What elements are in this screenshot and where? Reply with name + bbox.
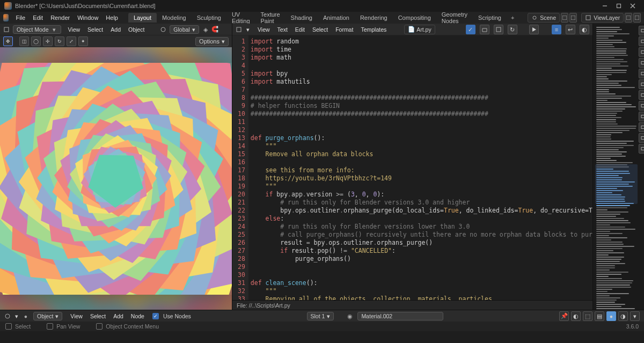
menu-help[interactable]: Help (102, 13, 122, 22)
line-gutter: 1234567891011121314151617181920212223242… (232, 35, 248, 300)
select-box-tool[interactable]: ◫ (19, 37, 29, 46)
text-menu-templates[interactable]: Templates (357, 25, 390, 34)
camera-icon[interactable] (639, 144, 644, 154)
snap-icon[interactable]: 🧲 (212, 26, 218, 33)
camera-icon[interactable] (639, 58, 644, 68)
svg-rect-115 (641, 105, 644, 107)
orientation-icon[interactable] (160, 26, 166, 33)
btn[interactable]: ▾ (630, 311, 640, 321)
close-button[interactable] (626, 1, 640, 11)
camera-icon[interactable] (639, 90, 644, 100)
svg-rect-116 (641, 115, 644, 118)
cursor-tool[interactable]: ✥ (3, 37, 13, 46)
blender-icon[interactable] (3, 14, 9, 21)
viewlayer-new-button[interactable] (633, 13, 641, 23)
orientation-dropdown[interactable]: Global▾ (170, 25, 199, 34)
vp-menu-object[interactable]: Object (125, 25, 148, 34)
menu-window[interactable]: Window (74, 13, 102, 22)
minimize-button[interactable] (598, 1, 612, 11)
syntax-hl-button[interactable]: ◐ (580, 25, 589, 34)
text-menu-edit[interactable]: Edit (291, 25, 309, 34)
line-numbers-button[interactable]: ≡ (552, 25, 561, 34)
node-menu-view[interactable]: View (67, 312, 86, 320)
node-menu-node[interactable]: Node (127, 312, 148, 320)
rotate-tool[interactable]: ↻ (55, 37, 64, 46)
text-menu-text[interactable]: Text (274, 25, 291, 34)
btn[interactable]: ◑ (618, 311, 628, 321)
btn[interactable]: ⬚ (583, 311, 592, 321)
status-bar: Select Pan View Object Context Menu 3.6.… (0, 322, 644, 331)
svg-rect-1 (617, 4, 621, 8)
slot-dropdown[interactable]: Slot 1 ▾ (307, 312, 334, 320)
add-workspace-button[interactable]: + (508, 13, 517, 22)
scene-browse-button[interactable] (561, 13, 568, 23)
menu-file[interactable]: File (12, 13, 29, 22)
btn[interactable]: ● (606, 311, 616, 321)
text-menu-format[interactable]: Format (332, 25, 357, 34)
pin-button[interactable]: 📌 (559, 311, 569, 321)
camera-icon[interactable] (639, 69, 644, 78)
tab-sculpting[interactable]: Sculpting (192, 13, 226, 23)
syntax-button[interactable]: ✓ (466, 25, 475, 34)
scene-new-button[interactable] (569, 13, 577, 23)
tab-rendering[interactable]: Rendering (355, 13, 393, 23)
scale-tool[interactable]: ⤢ (67, 37, 76, 46)
camera-icon[interactable] (639, 37, 644, 46)
vp-menu-view[interactable]: View (64, 25, 84, 34)
tab-modeling[interactable]: Modeling (157, 13, 192, 23)
text-menu-view[interactable]: View (254, 25, 274, 34)
pivot-icon[interactable]: ◈ (202, 26, 209, 33)
tab-animation[interactable]: Animation (318, 13, 355, 23)
editor-type-icon[interactable] (4, 313, 11, 319)
camera-icon[interactable] (639, 47, 644, 57)
camera-icon[interactable] (639, 101, 644, 111)
editor-type-icon[interactable] (3, 26, 10, 33)
code-editor[interactable]: 1234567891011121314151617181920212223242… (232, 35, 592, 300)
camera-icon[interactable] (639, 112, 644, 121)
node-tree-dropdown[interactable]: Object ▾ (33, 312, 62, 320)
camera-icon[interactable] (639, 79, 644, 89)
viewport-3d[interactable] (0, 47, 232, 310)
editor-type-icon[interactable] (236, 26, 242, 33)
tab-shading[interactable]: Shading (286, 13, 318, 23)
save-button[interactable] (494, 25, 503, 34)
scene-dropdown[interactable]: Scene (528, 13, 560, 23)
menu-render[interactable]: Render (47, 13, 74, 22)
options-dropdown[interactable]: Options ▾ (195, 37, 229, 46)
svg-rect-117 (641, 126, 644, 129)
status-select: Select (15, 323, 31, 330)
camera-icon[interactable] (639, 133, 644, 143)
mode-dropdown[interactable]: Object Mode▾ (13, 25, 61, 34)
viewlayer-dropdown[interactable]: ViewLayer (581, 13, 624, 23)
btn[interactable]: ▤ (595, 311, 604, 321)
viewlayer-browse-button[interactable] (625, 13, 632, 23)
menu-edit[interactable]: Edit (29, 13, 47, 22)
btn[interactable]: ◐ (571, 311, 581, 321)
text-file-dropdown[interactable]: 📄Art.py (404, 25, 435, 34)
node-menu-select[interactable]: Select (86, 312, 109, 320)
code-body[interactable]: import randomimport timeimport mathimpor… (248, 35, 592, 300)
tab-layout[interactable]: Layout (128, 13, 157, 23)
move-tool[interactable]: ✢ (43, 37, 53, 46)
word-wrap-button[interactable]: ↩ (566, 25, 575, 34)
node-menu-add[interactable]: Add (109, 312, 127, 320)
camera-icon[interactable] (639, 122, 644, 132)
camera-icon[interactable] (639, 26, 644, 35)
tab-compositing[interactable]: Compositing (393, 13, 436, 23)
text-menu-select[interactable]: Select (309, 25, 332, 34)
use-nodes-checkbox[interactable]: ✓ (152, 313, 159, 319)
viewlayer-name: ViewLayer (594, 14, 620, 21)
maximize-button[interactable] (612, 1, 626, 11)
outliner-panel[interactable] (592, 24, 644, 310)
run-script-button[interactable] (529, 25, 539, 34)
mouse-icon (96, 323, 103, 330)
open-button[interactable] (480, 25, 489, 34)
reload-button[interactable]: ↻ (508, 25, 517, 34)
vp-menu-select[interactable]: Select (84, 25, 107, 34)
material-dropdown[interactable]: Material.002 (357, 312, 443, 320)
vp-menu-add[interactable]: Add (107, 25, 125, 34)
transform-tool[interactable]: ✦ (78, 37, 88, 46)
select-circle-tool[interactable]: ◯ (31, 37, 41, 46)
node-type-icon[interactable]: ● (23, 313, 29, 319)
tab-scripting[interactable]: Scripting (473, 13, 507, 23)
